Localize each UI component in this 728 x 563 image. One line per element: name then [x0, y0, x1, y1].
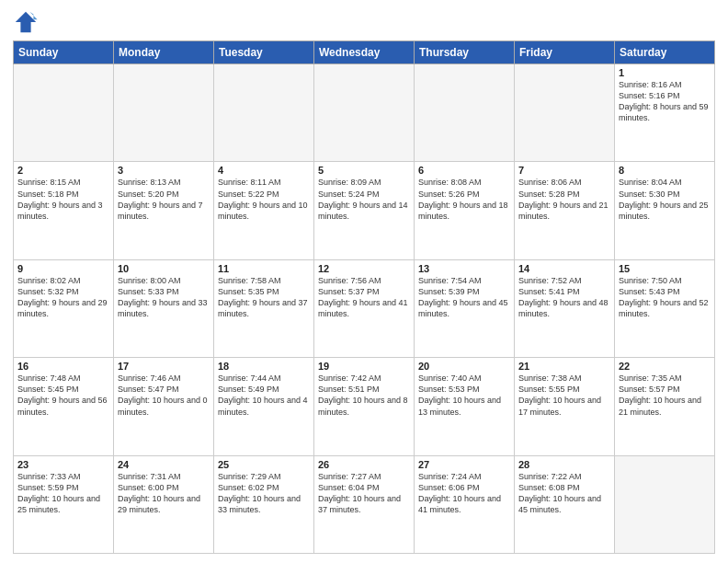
day-info: Sunrise: 7:38 AM Sunset: 5:55 PM Dayligh…: [518, 373, 610, 418]
calendar-cell: 15Sunrise: 7:50 AM Sunset: 5:43 PM Dayli…: [615, 259, 715, 357]
calendar: SundayMondayTuesdayWednesdayThursdayFrid…: [13, 40, 715, 554]
day-info: Sunrise: 8:00 AM Sunset: 5:33 PM Dayligh…: [118, 275, 210, 320]
day-info: Sunrise: 7:50 AM Sunset: 5:43 PM Dayligh…: [619, 275, 711, 320]
calendar-cell: 7Sunrise: 8:06 AM Sunset: 5:28 PM Daylig…: [515, 162, 615, 259]
weekday-header: Monday: [114, 41, 214, 64]
day-number: 23: [17, 459, 109, 470]
day-info: Sunrise: 7:42 AM Sunset: 5:51 PM Dayligh…: [318, 373, 410, 418]
weekday-header: Friday: [515, 41, 615, 64]
page: SundayMondayTuesdayWednesdayThursdayFrid…: [0, 0, 728, 563]
day-info: Sunrise: 7:56 AM Sunset: 5:37 PM Dayligh…: [318, 275, 410, 320]
day-number: 17: [118, 361, 210, 372]
calendar-cell: 23Sunrise: 7:33 AM Sunset: 5:59 PM Dayli…: [14, 455, 114, 553]
day-number: 13: [418, 263, 510, 274]
day-info: Sunrise: 7:33 AM Sunset: 5:59 PM Dayligh…: [17, 471, 109, 516]
day-number: 1: [619, 67, 711, 78]
day-info: Sunrise: 8:09 AM Sunset: 5:24 PM Dayligh…: [318, 177, 410, 222]
logo: [13, 9, 40, 35]
day-number: 7: [518, 165, 610, 176]
calendar-week: 23Sunrise: 7:33 AM Sunset: 5:59 PM Dayli…: [14, 455, 715, 553]
day-number: 27: [418, 459, 510, 470]
day-number: 3: [118, 165, 210, 176]
calendar-cell: 28Sunrise: 7:22 AM Sunset: 6:08 PM Dayli…: [515, 455, 615, 553]
calendar-cell: 4Sunrise: 8:11 AM Sunset: 5:22 PM Daylig…: [214, 162, 314, 259]
calendar-cell: 25Sunrise: 7:29 AM Sunset: 6:02 PM Dayli…: [214, 455, 314, 553]
calendar-cell: 1Sunrise: 8:16 AM Sunset: 5:16 PM Daylig…: [615, 64, 715, 162]
logo-icon: [13, 9, 39, 35]
day-number: 5: [318, 165, 410, 176]
day-number: 21: [518, 361, 610, 372]
weekday-header: Tuesday: [214, 41, 314, 64]
day-number: 18: [218, 361, 310, 372]
day-number: 4: [218, 165, 310, 176]
day-info: Sunrise: 8:06 AM Sunset: 5:28 PM Dayligh…: [518, 177, 610, 222]
calendar-cell: 12Sunrise: 7:56 AM Sunset: 5:37 PM Dayli…: [314, 259, 415, 357]
calendar-cell: 2Sunrise: 8:15 AM Sunset: 5:18 PM Daylig…: [14, 162, 114, 259]
day-number: 8: [619, 165, 711, 176]
day-number: 6: [418, 165, 510, 176]
day-info: Sunrise: 7:40 AM Sunset: 5:53 PM Dayligh…: [418, 373, 510, 418]
header: [13, 9, 715, 35]
day-number: 25: [218, 459, 310, 470]
calendar-cell: [415, 64, 515, 162]
calendar-cell: 20Sunrise: 7:40 AM Sunset: 5:53 PM Dayli…: [415, 358, 515, 455]
day-number: 16: [17, 361, 109, 372]
day-info: Sunrise: 8:08 AM Sunset: 5:26 PM Dayligh…: [418, 177, 510, 222]
calendar-week: 1Sunrise: 8:16 AM Sunset: 5:16 PM Daylig…: [14, 64, 715, 162]
calendar-cell: [214, 64, 314, 162]
calendar-cell: [114, 64, 214, 162]
day-number: 26: [318, 459, 410, 470]
weekday-header: Sunday: [14, 41, 114, 64]
day-info: Sunrise: 8:02 AM Sunset: 5:32 PM Dayligh…: [17, 275, 109, 320]
day-info: Sunrise: 7:35 AM Sunset: 5:57 PM Dayligh…: [619, 373, 711, 418]
weekday-header: Saturday: [615, 41, 715, 64]
calendar-cell: 18Sunrise: 7:44 AM Sunset: 5:49 PM Dayli…: [214, 358, 314, 455]
day-info: Sunrise: 7:54 AM Sunset: 5:39 PM Dayligh…: [418, 275, 510, 320]
day-info: Sunrise: 7:52 AM Sunset: 5:41 PM Dayligh…: [518, 275, 610, 320]
calendar-cell: 14Sunrise: 7:52 AM Sunset: 5:41 PM Dayli…: [515, 259, 615, 357]
day-number: 14: [518, 263, 610, 274]
calendar-cell: 5Sunrise: 8:09 AM Sunset: 5:24 PM Daylig…: [314, 162, 415, 259]
day-info: Sunrise: 7:24 AM Sunset: 6:06 PM Dayligh…: [418, 471, 510, 516]
day-info: Sunrise: 7:58 AM Sunset: 5:35 PM Dayligh…: [218, 275, 310, 320]
day-number: 15: [619, 263, 711, 274]
day-info: Sunrise: 7:46 AM Sunset: 5:47 PM Dayligh…: [118, 373, 210, 418]
day-info: Sunrise: 7:27 AM Sunset: 6:04 PM Dayligh…: [318, 471, 410, 516]
day-number: 2: [17, 165, 109, 176]
weekday-header: Wednesday: [314, 41, 415, 64]
calendar-cell: 21Sunrise: 7:38 AM Sunset: 5:55 PM Dayli…: [515, 358, 615, 455]
day-info: Sunrise: 8:13 AM Sunset: 5:20 PM Dayligh…: [118, 177, 210, 222]
day-info: Sunrise: 7:29 AM Sunset: 6:02 PM Dayligh…: [218, 471, 310, 516]
day-number: 9: [17, 263, 109, 274]
day-number: 12: [318, 263, 410, 274]
calendar-cell: 26Sunrise: 7:27 AM Sunset: 6:04 PM Dayli…: [314, 455, 415, 553]
day-info: Sunrise: 8:11 AM Sunset: 5:22 PM Dayligh…: [218, 177, 310, 222]
day-number: 11: [218, 263, 310, 274]
calendar-cell: 19Sunrise: 7:42 AM Sunset: 5:51 PM Dayli…: [314, 358, 415, 455]
day-info: Sunrise: 7:44 AM Sunset: 5:49 PM Dayligh…: [218, 373, 310, 418]
calendar-cell: [615, 455, 715, 553]
calendar-cell: 11Sunrise: 7:58 AM Sunset: 5:35 PM Dayli…: [214, 259, 314, 357]
calendar-cell: 24Sunrise: 7:31 AM Sunset: 6:00 PM Dayli…: [114, 455, 214, 553]
calendar-cell: [314, 64, 415, 162]
calendar-cell: 9Sunrise: 8:02 AM Sunset: 5:32 PM Daylig…: [14, 259, 114, 357]
calendar-cell: 16Sunrise: 7:48 AM Sunset: 5:45 PM Dayli…: [14, 358, 114, 455]
day-info: Sunrise: 8:15 AM Sunset: 5:18 PM Dayligh…: [17, 177, 109, 222]
calendar-cell: 8Sunrise: 8:04 AM Sunset: 5:30 PM Daylig…: [615, 162, 715, 259]
calendar-cell: 3Sunrise: 8:13 AM Sunset: 5:20 PM Daylig…: [114, 162, 214, 259]
day-number: 24: [118, 459, 210, 470]
day-number: 22: [619, 361, 711, 372]
calendar-cell: 22Sunrise: 7:35 AM Sunset: 5:57 PM Dayli…: [615, 358, 715, 455]
calendar-week: 9Sunrise: 8:02 AM Sunset: 5:32 PM Daylig…: [14, 259, 715, 357]
calendar-week: 16Sunrise: 7:48 AM Sunset: 5:45 PM Dayli…: [14, 358, 715, 455]
day-info: Sunrise: 8:04 AM Sunset: 5:30 PM Dayligh…: [619, 177, 711, 222]
day-info: Sunrise: 7:48 AM Sunset: 5:45 PM Dayligh…: [17, 373, 109, 418]
calendar-cell: [515, 64, 615, 162]
weekday-header: Thursday: [415, 41, 515, 64]
calendar-cell: 27Sunrise: 7:24 AM Sunset: 6:06 PM Dayli…: [415, 455, 515, 553]
day-info: Sunrise: 8:16 AM Sunset: 5:16 PM Dayligh…: [619, 79, 711, 124]
day-info: Sunrise: 7:31 AM Sunset: 6:00 PM Dayligh…: [118, 471, 210, 516]
day-info: Sunrise: 7:22 AM Sunset: 6:08 PM Dayligh…: [518, 471, 610, 516]
calendar-week: 2Sunrise: 8:15 AM Sunset: 5:18 PM Daylig…: [14, 162, 715, 259]
day-number: 20: [418, 361, 510, 372]
